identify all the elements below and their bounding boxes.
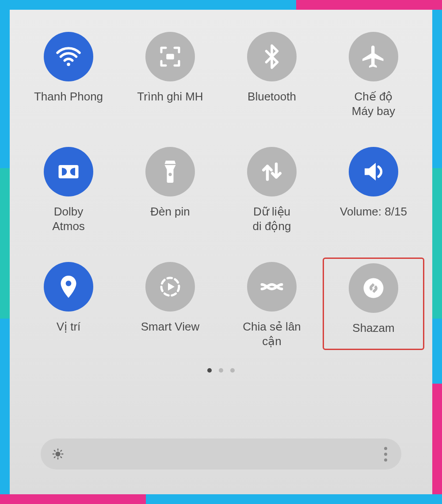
- frame-accent-teal-right: [432, 168, 442, 319]
- volume-icon: [349, 147, 398, 196]
- tile-label: Chia sẻ lân cận: [243, 319, 301, 348]
- tile-label: Volume: 8/15: [340, 204, 407, 219]
- data-icon: [247, 147, 297, 196]
- page-dot: [207, 368, 212, 373]
- smartview-icon: [145, 262, 195, 312]
- tile-shazam[interactable]: Shazam: [323, 258, 424, 350]
- frame-accent-pink-right: [432, 384, 442, 494]
- brightness-slider[interactable]: [41, 439, 401, 469]
- pagination-dots[interactable]: [18, 368, 424, 373]
- frame-accent-pink-top: [296, 0, 442, 10]
- brightness-more-button[interactable]: [380, 447, 391, 462]
- svg-rect-2: [59, 165, 79, 178]
- tile-location[interactable]: Vị trí: [18, 258, 119, 334]
- tile-smart-view[interactable]: Smart View: [119, 258, 221, 334]
- svg-marker-4: [168, 283, 175, 291]
- tile-mobile-data[interactable]: Dữ liệu di động: [221, 142, 323, 233]
- flashlight-icon: [145, 147, 195, 196]
- svg-point-6: [56, 452, 60, 456]
- tile-label: Thanh Phong: [34, 89, 103, 104]
- tile-wifi[interactable]: Thanh Phong: [18, 27, 119, 104]
- nearby-icon: [247, 262, 297, 312]
- dolby-icon: [44, 147, 93, 196]
- tile-label: Shazam: [352, 321, 394, 335]
- tile-bluetooth[interactable]: Bluetooth: [221, 27, 323, 104]
- tile-label: Chế độ Máy bay: [352, 89, 395, 118]
- tile-airplane-mode[interactable]: Chế độ Máy bay: [323, 27, 424, 118]
- brightness-track[interactable]: [65, 439, 380, 469]
- svg-rect-1: [166, 54, 174, 60]
- quick-settings-grid: Thanh Phong Trình ghi MH Bluetooth: [18, 27, 424, 359]
- tile-label: Trình ghi MH: [137, 89, 203, 104]
- wifi-icon: [44, 32, 93, 81]
- tile-label: Bluetooth: [248, 89, 296, 104]
- brightness-icon: [51, 447, 65, 461]
- location-icon: [44, 262, 93, 312]
- tile-label: Smart View: [141, 319, 199, 334]
- tile-flashlight[interactable]: Đèn pin: [119, 142, 221, 219]
- quick-settings-panel: Thanh Phong Trình ghi MH Bluetooth: [10, 10, 432, 494]
- tile-label: Dữ liệu di động: [253, 204, 291, 233]
- page-dot: [219, 368, 223, 373]
- tile-volume[interactable]: Volume: 8/15: [323, 142, 424, 219]
- tile-dolby-atmos[interactable]: Dolby Atmos: [18, 142, 119, 233]
- tile-label: Dolby Atmos: [52, 204, 85, 233]
- shazam-icon: [349, 263, 398, 313]
- tile-label: Vị trí: [57, 319, 81, 334]
- airplane-icon: [349, 32, 398, 81]
- screenrec-icon: [145, 32, 195, 81]
- frame-accent-pink-bottom: [0, 494, 146, 504]
- svg-point-0: [67, 63, 70, 66]
- bluetooth-icon: [247, 32, 297, 81]
- frame-accent-teal-left: [0, 168, 10, 319]
- tile-nearby-share[interactable]: Chia sẻ lân cận: [221, 258, 323, 348]
- page-dot: [230, 368, 235, 373]
- tile-label: Đèn pin: [150, 204, 190, 219]
- tile-screen-recorder[interactable]: Trình ghi MH: [119, 27, 221, 104]
- svg-point-5: [364, 278, 384, 298]
